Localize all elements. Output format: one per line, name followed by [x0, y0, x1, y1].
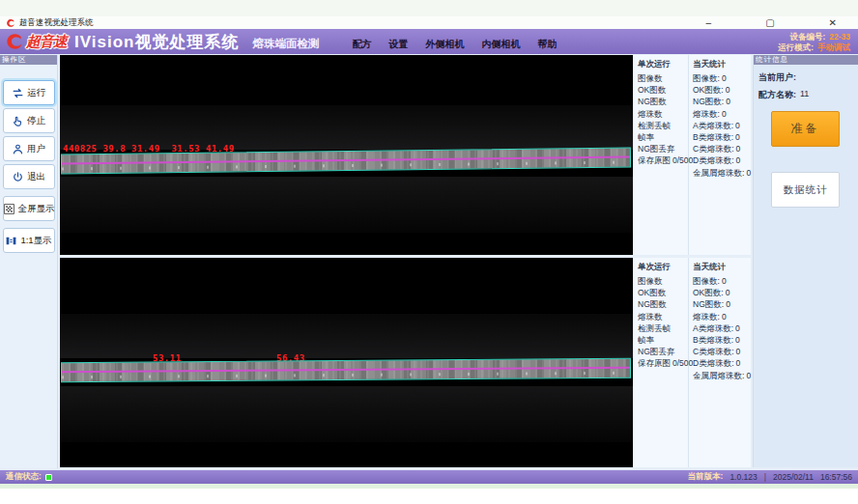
device-id-value: 22-33 [829, 32, 850, 42]
one-to-one-button[interactable]: 1:1显示 [3, 228, 55, 253]
stat-label: 熔珠数 [638, 312, 663, 323]
stat-label: 熔珠数: [693, 312, 720, 323]
version-label: 当前版本: [688, 471, 724, 483]
status-time: 16:57:56 [820, 472, 852, 482]
stat-value: 0 [735, 121, 740, 132]
app-header: 超音速 IVision视觉处理系统 熔珠端面检测 配方 设置 外侧相机 内侧相机… [0, 29, 858, 54]
stat-label: NG图丢弃 [638, 144, 674, 155]
stat-label: OK图数: [693, 288, 724, 299]
daily-stats-column: 当天统计 图像数:0 OK图数:0 NG图数:0 熔珠数:0 A类熔珠数:0 B… [689, 55, 751, 255]
stat-label: C类熔珠数: [693, 347, 734, 358]
stat-label: A类熔珠数: [693, 323, 733, 335]
recipe-name-label: 配方名称: [758, 89, 796, 101]
menu-settings[interactable]: 设置 [388, 38, 408, 51]
stat-value: 0 [735, 132, 740, 144]
run-mode-value: 手动调试 [817, 42, 850, 52]
stat-value: 0 [722, 73, 727, 85]
stat-label: OK图数 [638, 288, 666, 299]
data-statistics-button[interactable]: 数据统计 [771, 172, 840, 208]
stat-value: 0 [726, 288, 730, 299]
run-button[interactable]: 运行 [3, 80, 55, 105]
app-subtitle: 熔珠端面检测 [252, 37, 319, 51]
stat-label: NG图数: [693, 97, 724, 108]
stat-label: A类熔珠数: [693, 121, 733, 132]
brand-name: 超音速 [26, 33, 67, 51]
stat-value: 0 [735, 323, 740, 335]
stat-label: 检测丢帧 [638, 323, 671, 335]
stat-value: 0 [722, 109, 727, 121]
stat-value: 0 [726, 299, 730, 311]
stats-panel-top: 单次运行 图像数 OK图数 NG图数 熔珠数 检测丢帧 帧率 NG图丢弃 保存原… [634, 55, 751, 255]
comm-status-indicator [45, 474, 52, 481]
user-button-label: 用户 [27, 143, 45, 155]
stat-value: 0 [735, 335, 740, 347]
info-panel-title: 统计信息 [754, 55, 858, 65]
sidebar-title: 操作区 [0, 55, 57, 65]
maximize-button[interactable]: ▢ [765, 18, 774, 28]
stat-label: 帧率 [638, 335, 654, 347]
brand-logo: 超音速 IVision视觉处理系统 熔珠端面检测 [0, 31, 319, 53]
daily-stats-title: 当天统计 [693, 59, 751, 70]
menu-help[interactable]: 帮助 [537, 38, 557, 51]
run-button-label: 运行 [27, 87, 45, 99]
comm-status-label: 通信状态: [6, 471, 42, 483]
stat-label: NG图丢弃 [638, 347, 674, 358]
stat-label: 熔珠数: [693, 109, 720, 121]
current-user-label: 当前用户: [758, 71, 796, 84]
stat-label: B类熔珠数: [693, 132, 733, 144]
stat-label: 金属屑熔珠数: [693, 371, 744, 382]
stat-value: 0 [746, 371, 751, 382]
device-id-label: 设备编号: [789, 32, 825, 42]
image-haze [60, 177, 633, 233]
exit-button[interactable]: 退出 [3, 164, 55, 189]
window-title: 超音速视觉处理系统 [19, 17, 94, 29]
window-controls: – ▢ ✕ [706, 18, 837, 28]
stat-label: 金属屑熔珠数: [693, 168, 744, 180]
stat-label: 保存原图 [638, 155, 671, 167]
menu-bar: 配方 设置 外侧相机 内侧相机 帮助 [352, 38, 557, 51]
camera-viewport-top[interactable]: 440825 39.8 31.49 31.53 41.49 [60, 55, 633, 255]
stat-value: 0 [736, 155, 741, 167]
image-haze [60, 314, 633, 358]
camera-viewport-bottom[interactable]: 53.11 56.43 [60, 258, 633, 467]
stop-button[interactable]: 停止 [3, 108, 55, 133]
user-button[interactable]: 用户 [3, 136, 55, 161]
exit-button-label: 退出 [27, 171, 45, 183]
one-to-one-button-label: 1:1显示 [20, 235, 51, 247]
ready-button[interactable]: 准备 [771, 111, 840, 147]
run-loop-icon [12, 87, 24, 99]
stat-value: 0 [736, 358, 741, 370]
run-mode-label: 运行模式: [778, 42, 814, 52]
stop-button-label: 停止 [27, 115, 45, 127]
user-icon [12, 143, 24, 155]
single-run-title: 单次运行 [638, 59, 688, 70]
close-button[interactable]: ✕ [829, 18, 837, 28]
stat-label: 熔珠数 [638, 109, 663, 121]
app-title: IVision视觉处理系统 [74, 31, 239, 53]
stat-label: 保存原图 [638, 358, 671, 370]
stats-panel-bottom: 单次运行 图像数 OK图数 NG图数 熔珠数 检测丢帧 帧率 NG图丢弃 保存原… [634, 258, 751, 467]
version-info: 当前版本: 1.0.123 | 2025/02/11 16:57:56 [688, 471, 852, 483]
daily-stats-column: 当天统计 图像数:0 OK图数:0 NG图数:0 熔珠数:0 A类熔珠数:0 B… [689, 258, 751, 467]
stat-label: 检测丢帧 [638, 121, 671, 132]
fullscreen-button-label: 全屏显示 [18, 203, 55, 215]
stat-value: 0 [726, 85, 730, 97]
menu-recipe[interactable]: 配方 [352, 38, 371, 51]
stat-label: OK图数: [693, 85, 724, 97]
stat-value: 0 [736, 347, 741, 358]
stat-label: D类熔珠数: [693, 358, 734, 370]
menu-inner-camera[interactable]: 内侧相机 [481, 38, 520, 51]
stat-label: 图像数: [693, 73, 720, 85]
sidebar-buttons: 运行 停止 用户 退出 全屏显示 1:1显示 [0, 65, 57, 253]
stat-label: C类熔珠数: [693, 144, 734, 155]
minimize-button[interactable]: – [706, 18, 712, 28]
stat-value: 0 [726, 97, 730, 108]
fullscreen-button[interactable]: 全屏显示 [3, 196, 55, 221]
stat-label: B类熔珠数: [693, 335, 733, 347]
daily-stats-title: 当天统计 [693, 262, 751, 273]
menu-outer-camera[interactable]: 外侧相机 [425, 38, 464, 51]
recipe-name-value: 11 [800, 89, 809, 101]
device-info: 设备编号: 22-33 运行模式: 手动调试 [778, 32, 850, 52]
stat-value: 0 [722, 312, 727, 323]
single-run-column: 单次运行 图像数 OK图数 NG图数 熔珠数 检测丢帧 帧率 NG图丢弃 保存原… [634, 55, 689, 255]
